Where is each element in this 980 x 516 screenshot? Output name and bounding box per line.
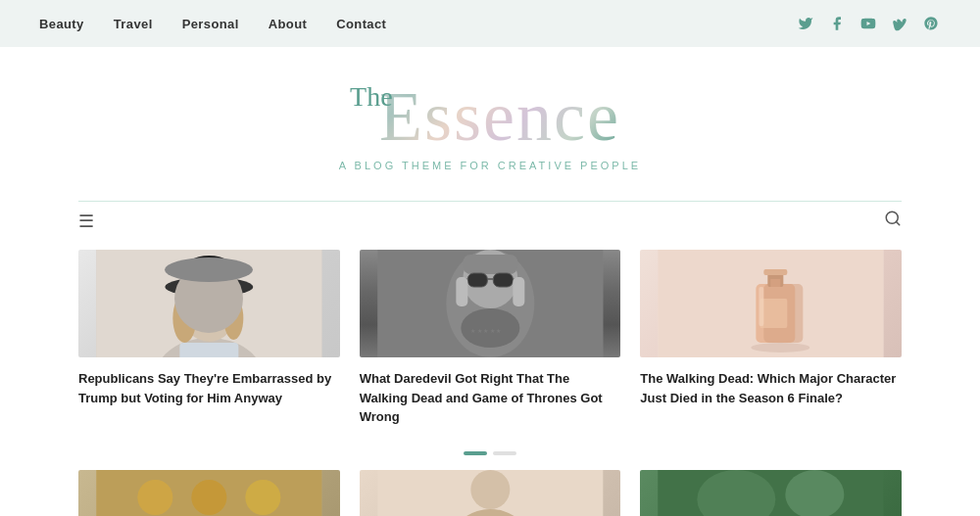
article-title-1: Republicans Say They're Embarrassed by T… bbox=[78, 369, 340, 407]
nav-contact[interactable]: Contact bbox=[336, 17, 386, 31]
svg-point-41 bbox=[137, 480, 172, 515]
svg-rect-19 bbox=[463, 255, 517, 274]
hamburger-menu-icon[interactable]: ☰ bbox=[78, 211, 94, 232]
facebook-icon[interactable] bbox=[827, 14, 847, 33]
svg-rect-26 bbox=[513, 277, 524, 306]
svg-rect-14 bbox=[179, 343, 238, 357]
vimeo-icon[interactable] bbox=[890, 14, 909, 33]
woman-hat-image bbox=[78, 250, 340, 357]
nav-personal[interactable]: Personal bbox=[182, 17, 239, 31]
svg-text:★ ★ ★ ★ ★: ★ ★ ★ ★ ★ bbox=[470, 328, 501, 334]
svg-rect-20 bbox=[467, 273, 487, 287]
svg-rect-34 bbox=[764, 269, 788, 275]
svg-rect-37 bbox=[760, 287, 764, 326]
svg-point-45 bbox=[470, 470, 510, 509]
svg-rect-36 bbox=[760, 299, 788, 328]
sunglasses-image: ★ ★ ★ ★ ★ bbox=[360, 250, 621, 357]
svg-point-8 bbox=[172, 294, 196, 343]
article-card-2[interactable]: ★ ★ ★ ★ ★ What Daredevil Got Right That … bbox=[360, 250, 621, 427]
svg-point-43 bbox=[245, 480, 280, 515]
nav-links: Beauty Travel Personal About Contact bbox=[39, 17, 386, 31]
bottom-thumb-2[interactable] bbox=[360, 470, 621, 517]
toolbar: ☰ bbox=[0, 202, 980, 240]
logo-container: The Essence bbox=[360, 76, 620, 158]
twitter-icon[interactable] bbox=[796, 14, 815, 33]
search-icon[interactable] bbox=[884, 210, 902, 232]
pinterest-icon[interactable] bbox=[921, 14, 941, 33]
logo-essence: Essence bbox=[360, 77, 620, 156]
pagination-dot-2[interactable] bbox=[493, 451, 516, 455]
pagination bbox=[0, 451, 980, 455]
top-navigation: Beauty Travel Personal About Contact bbox=[0, 0, 980, 47]
nav-beauty[interactable]: Beauty bbox=[39, 17, 84, 31]
svg-point-38 bbox=[752, 343, 810, 352]
articles-grid: Republicans Say They're Embarrassed by T… bbox=[0, 240, 980, 446]
site-header: The Essence A BLOG THEME FOR CREATIVE PE… bbox=[0, 47, 980, 191]
article-image-2: ★ ★ ★ ★ ★ bbox=[360, 250, 621, 357]
site-tagline: A BLOG THEME FOR CREATIVE PEOPLE bbox=[20, 160, 960, 171]
svg-point-10 bbox=[165, 277, 253, 297]
svg-point-12 bbox=[195, 304, 203, 313]
nav-about[interactable]: About bbox=[269, 17, 308, 31]
nav-travel[interactable]: Travel bbox=[114, 17, 153, 31]
article-image-1 bbox=[78, 250, 340, 357]
svg-line-2 bbox=[896, 221, 899, 224]
svg-point-9 bbox=[223, 297, 243, 340]
article-title-3: The Walking Dead: Which Major Character … bbox=[640, 369, 902, 407]
article-card-3[interactable]: The Walking Dead: Which Major Character … bbox=[640, 250, 902, 427]
svg-point-7 bbox=[177, 279, 240, 318]
svg-rect-25 bbox=[456, 277, 467, 306]
svg-point-42 bbox=[191, 480, 226, 515]
youtube-icon[interactable] bbox=[858, 14, 878, 33]
bottom-thumb-1[interactable] bbox=[78, 470, 340, 517]
bottom-thumb-3[interactable] bbox=[640, 470, 902, 517]
svg-rect-35 bbox=[771, 279, 781, 287]
svg-point-11 bbox=[181, 256, 236, 291]
article-card-1[interactable]: Republicans Say They're Embarrassed by T… bbox=[78, 250, 340, 427]
social-icons-group bbox=[796, 14, 941, 33]
article-image-3 bbox=[640, 250, 902, 357]
pagination-dot-1[interactable] bbox=[464, 451, 487, 455]
perfume-image bbox=[640, 250, 902, 357]
logo-the: The bbox=[350, 81, 393, 113]
svg-rect-21 bbox=[493, 273, 513, 287]
svg-point-13 bbox=[215, 304, 222, 313]
bottom-thumbnails bbox=[0, 470, 980, 517]
article-title-2: What Daredevil Got Right That The Walkin… bbox=[360, 369, 621, 427]
